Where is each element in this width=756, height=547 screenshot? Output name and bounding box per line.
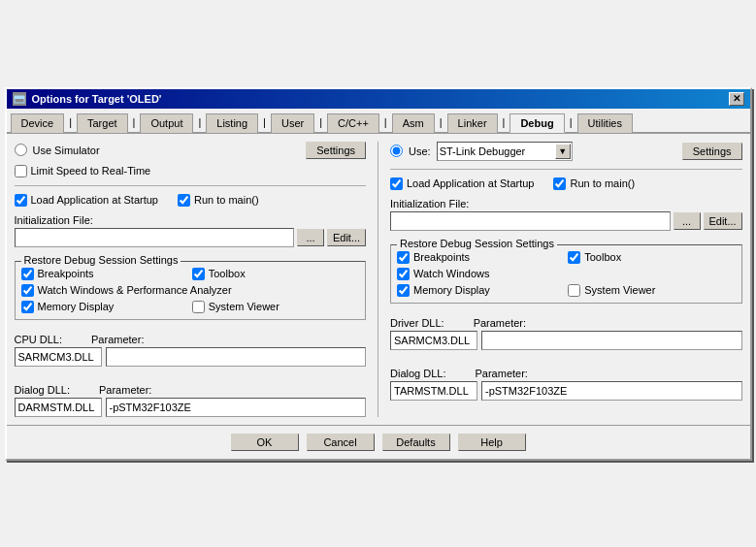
right-browse-btn[interactable]: ... — [674, 212, 701, 230]
tab-sep8: | — [499, 113, 509, 132]
left-breakpoints-cb[interactable] — [21, 268, 34, 280]
left-dialog-param-input[interactable] — [106, 398, 367, 417]
tab-utilities[interactable]: Utilities — [577, 113, 633, 133]
left-dialog-inputs — [15, 398, 367, 417]
right-system-label: System Viewer — [584, 284, 655, 296]
left-memory-display: Memory Display — [21, 301, 188, 313]
right-use-radio[interactable] — [390, 145, 403, 157]
left-load-row: Load Application at Startup Run to main(… — [15, 194, 367, 207]
left-cpu-dll-label: CPU DLL: — [15, 334, 63, 345]
defaults-button[interactable]: Defaults — [382, 434, 450, 451]
tab-user[interactable]: User — [271, 113, 314, 133]
left-restore-title: Restore Debug Session Settings — [21, 254, 181, 266]
right-driver-section: Driver DLL: Parameter: — [390, 317, 742, 350]
right-dialog-param-label: Parameter: — [475, 368, 527, 379]
close-button[interactable]: ✕ — [729, 92, 744, 106]
right-settings-button[interactable]: Settings — [682, 143, 742, 160]
simulator-label: Use Simulator — [33, 145, 100, 156]
right-run-checkbox[interactable] — [553, 177, 566, 190]
right-load-row: Load Application at Startup Run to main(… — [390, 177, 742, 190]
right-panel: Use: ST-Link Debugger ▼ Settings Load Ap… — [390, 142, 742, 417]
left-system-label: System Viewer — [209, 301, 279, 312]
tab-listing[interactable]: Listing — [206, 113, 258, 133]
debugger-select[interactable]: ST-Link Debugger — [437, 142, 573, 161]
right-watch-windows: Watch Windows — [397, 268, 736, 280]
right-breakpoints: Breakpoints — [397, 251, 564, 264]
right-driver-dll-input[interactable] — [390, 331, 477, 350]
tab-output[interactable]: Output — [140, 113, 193, 133]
tab-target[interactable]: Target — [77, 113, 128, 133]
right-dialog-param-input[interactable] — [481, 381, 742, 401]
divider1 — [15, 185, 367, 186]
left-breakpoints-label: Breakpoints — [38, 268, 94, 279]
limit-speed-label: Limit Speed to Real-Time — [31, 165, 151, 177]
tab-linker[interactable]: Linker — [447, 113, 498, 133]
left-watch-cb[interactable] — [21, 284, 34, 297]
left-dialog-section: Dialog DLL: Parameter: — [15, 384, 367, 417]
right-breakpoints-label: Breakpoints — [413, 251, 470, 263]
left-breakpoints: Breakpoints — [21, 268, 188, 280]
right-watch-cb[interactable] — [397, 268, 410, 280]
right-driver-param-label: Parameter: — [474, 317, 526, 329]
right-driver-param-input[interactable] — [481, 331, 742, 350]
right-memory-cb[interactable] — [397, 284, 410, 297]
left-browse-btn[interactable]: ... — [297, 229, 324, 246]
right-toolbox: Toolbox — [568, 251, 735, 264]
left-system-cb[interactable] — [192, 301, 205, 313]
debugger-select-wrapper: ST-Link Debugger ▼ — [437, 142, 573, 161]
content-area: Use Simulator Settings Limit Speed to Re… — [7, 134, 750, 425]
left-restore-checks: Breakpoints Toolbox — [21, 268, 360, 280]
right-dialog-inputs — [390, 381, 742, 401]
simulator-radio[interactable] — [15, 144, 27, 156]
right-run-main: Run to main() — [553, 177, 635, 190]
tab-sep9: | — [566, 113, 576, 132]
left-toolbox-cb[interactable] — [192, 268, 205, 280]
tab-device[interactable]: Device — [11, 113, 65, 133]
left-run-main: Run to main() — [178, 194, 259, 207]
left-cpu-param-label: Parameter: — [91, 334, 144, 345]
left-cpu-labels: CPU DLL: Parameter: — [15, 334, 367, 345]
right-restore-title: Restore Debug Session Settings — [397, 238, 557, 249]
title-bar-left: Options for Target 'OLED' — [13, 92, 162, 106]
help-button[interactable]: Help — [458, 434, 526, 451]
right-toolbox-cb[interactable] — [568, 251, 580, 264]
right-dialog-dll-label: Dialog DLL: — [390, 368, 445, 379]
left-run-checkbox[interactable] — [178, 194, 190, 207]
ok-button[interactable]: OK — [231, 434, 299, 451]
left-panel: Use Simulator Settings Limit Speed to Re… — [15, 142, 367, 417]
left-cpu-dll-input[interactable] — [15, 347, 102, 367]
left-edit-btn[interactable]: Edit... — [327, 229, 366, 246]
left-settings-button[interactable]: Settings — [306, 142, 366, 159]
left-cpu-param-input[interactable] — [106, 347, 367, 367]
right-memory-label: Memory Display — [413, 284, 490, 296]
left-cpu-inputs — [15, 347, 367, 367]
left-restore-group: Restore Debug Session Settings Breakpoin… — [15, 261, 367, 320]
right-dialog-dll-input[interactable] — [390, 381, 477, 401]
window-title: Options for Target 'OLED' — [32, 93, 162, 105]
right-edit-btn[interactable]: Edit... — [704, 212, 742, 230]
left-init-section: Initialization File: ... Edit... — [15, 214, 367, 247]
tab-sep3: | — [194, 113, 205, 132]
right-load-checkbox[interactable] — [390, 177, 403, 190]
left-dialog-dll-input[interactable] — [15, 398, 102, 417]
right-load-app: Load Application at Startup — [390, 177, 534, 190]
right-watch-label: Watch Windows — [413, 268, 489, 279]
right-toolbox-label: Toolbox — [584, 251, 621, 263]
right-init-input[interactable] — [390, 211, 671, 231]
cancel-button[interactable]: Cancel — [307, 434, 375, 451]
tab-sep7: | — [436, 113, 446, 132]
left-load-label: Load Application at Startup — [31, 194, 158, 206]
right-driver-inputs — [390, 331, 742, 350]
right-init-label: Initialization File: — [390, 198, 469, 209]
tab-debug[interactable]: Debug — [509, 113, 564, 133]
right-breakpoints-cb[interactable] — [397, 251, 410, 264]
left-toolbox-label: Toolbox — [209, 268, 246, 279]
limit-speed-checkbox[interactable] — [15, 165, 27, 177]
right-system-cb[interactable] — [568, 284, 580, 297]
left-init-input[interactable] — [15, 228, 295, 247]
left-memory-cb[interactable] — [21, 301, 34, 313]
left-load-checkbox[interactable] — [15, 194, 27, 207]
tab-cpp[interactable]: C/C++ — [327, 113, 379, 133]
tab-asm[interactable]: Asm — [392, 113, 435, 133]
tab-sep2: | — [129, 113, 140, 132]
